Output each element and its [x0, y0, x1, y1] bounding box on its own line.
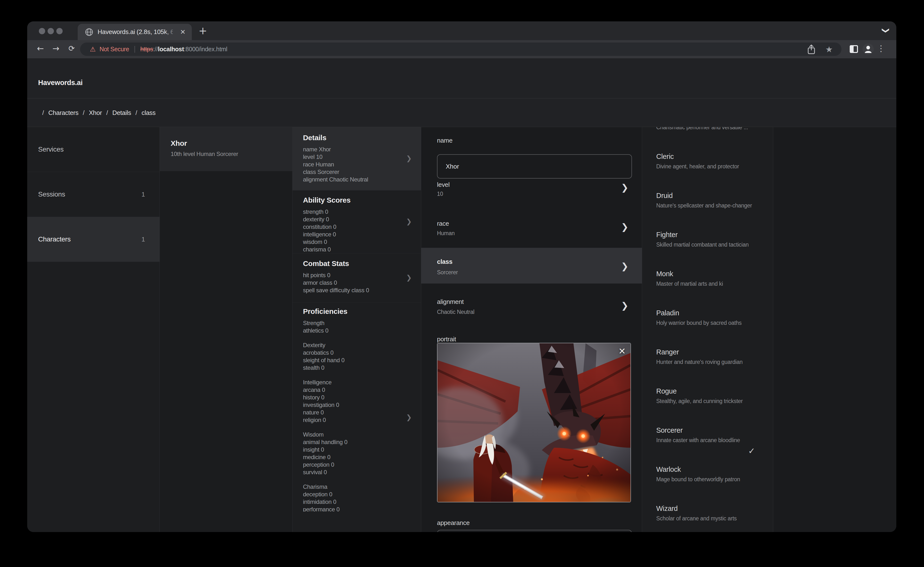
not-secure-warning-icon: ⚠: [90, 45, 96, 53]
class-option-name: Rogue: [656, 387, 773, 396]
class-option-sorcerer[interactable]: Sorcerer Innate caster with arcane blood…: [642, 422, 773, 461]
browser-menu-icon[interactable]: ⋮: [877, 44, 885, 53]
chevron-right-icon: ❯: [406, 413, 412, 421]
proficiency-group-name: Charisma: [303, 483, 404, 490]
window-close-button[interactable]: [39, 28, 45, 34]
tab-title: Havewords.ai (2.8s, 105k, 6 file: [98, 28, 173, 36]
chevron-right-icon[interactable]: ❯: [621, 222, 628, 232]
profile-avatar[interactable]: [862, 43, 874, 55]
outline-section-combat-stats[interactable]: Combat Stats hit points 0 armor class 0 …: [292, 253, 421, 303]
not-secure-label: Not Secure: [99, 46, 129, 53]
section-title: Details: [303, 133, 404, 142]
chevron-right-icon[interactable]: ❯: [621, 182, 628, 193]
proficiency-skill: medicine 0: [303, 453, 404, 461]
app-brand: Havewords.ai: [38, 79, 82, 87]
proficiency-skill: nature 0: [303, 409, 404, 416]
character-summary: 10th level Human Sorcerer: [171, 150, 292, 158]
address-bar[interactable]: ⚠ Not Secure https://localhost:8000/inde…: [80, 42, 842, 56]
character-outline: Details name Xhor level 10 race Human cl…: [292, 127, 421, 532]
tab-overview-chevron-icon[interactable]: ❯: [882, 27, 890, 33]
class-option-name: Sorcerer: [656, 426, 773, 435]
proficiency-skill: athletics 0: [303, 327, 404, 334]
chevron-right-icon: ❯: [406, 217, 412, 226]
breadcrumb-item-details[interactable]: Details: [112, 109, 131, 117]
class-option-ranger[interactable]: Ranger Hunter and nature's roving guardi…: [642, 343, 773, 383]
proficiency-group-name: Dexterity: [303, 341, 404, 349]
outline-line: hit points 0: [303, 271, 404, 279]
class-option-description: Innate caster with arcane bloodline: [656, 437, 773, 444]
name-input[interactable]: [437, 154, 632, 179]
class-option-rogue[interactable]: Rogue Stealthy, agile, and cunning trick…: [642, 383, 773, 422]
character-card-xhor[interactable]: Xhor 10th level Human Sorcerer: [160, 127, 292, 171]
outline-section-details[interactable]: Details name Xhor level 10 race Human cl…: [292, 127, 421, 191]
share-icon[interactable]: [807, 44, 816, 55]
class-option-fighter[interactable]: Fighter Skilled martial combatant and ta…: [642, 226, 773, 265]
reload-button[interactable]: ⟳: [69, 44, 75, 53]
window-zoom-button[interactable]: [56, 28, 63, 34]
class-option-description: Mage bound to otherworldly patron: [656, 476, 773, 483]
window-minimize-button[interactable]: [48, 28, 54, 34]
class-option-wizard[interactable]: Wizard Scholar of arcane and mystic arts: [642, 500, 773, 532]
class-option-description: Hunter and nature's roving guardian: [656, 359, 773, 365]
bookmark-star-icon[interactable]: ★: [825, 44, 833, 54]
breadcrumb-item-characters[interactable]: Characters: [48, 109, 78, 117]
class-option-description: Divine agent, healer, and protector: [656, 163, 773, 170]
chevron-right-icon[interactable]: ❯: [621, 301, 628, 310]
class-option-name: Ranger: [656, 347, 773, 356]
class-option-name: Druid: [656, 191, 773, 200]
url-scheme-separator: ://: [153, 46, 158, 53]
sidebar-item-characters[interactable]: Characters 1: [27, 217, 159, 262]
outline-line: charisma 0: [303, 246, 404, 253]
chevron-right-icon: ❯: [406, 154, 412, 162]
breadcrumb-item-xhor[interactable]: Xhor: [89, 109, 102, 117]
proficiency-group-name: Strength: [303, 319, 404, 327]
url-scheme: https: [140, 46, 153, 53]
class-row-label: class: [437, 258, 453, 266]
proficiency-skill: acrobatics 0: [303, 349, 404, 356]
url-path: :8000/index.html: [184, 46, 228, 53]
character-form: name level 10 ❯ race Human ❯ class Sorce…: [421, 127, 642, 532]
appearance-input[interactable]: [437, 530, 632, 532]
selected-check-icon: ✓: [748, 446, 755, 456]
proficiency-skill: survival 0: [303, 468, 404, 476]
sidebar-item-sessions[interactable]: Sessions 1: [27, 172, 159, 217]
character-name: Xhor: [171, 139, 292, 147]
outline-line: alignment Chaotic Neutral: [303, 176, 404, 183]
class-option-warlock[interactable]: Warlock Mage bound to otherworldly patro…: [642, 461, 773, 500]
outline-line: intelligence 0: [303, 230, 404, 238]
proficiency-group-name: Intelligence: [303, 379, 404, 386]
tab-title-fade: [165, 27, 176, 38]
class-row-selected[interactable]: [421, 248, 642, 284]
back-button[interactable]: ←: [37, 44, 44, 53]
chevron-right-icon[interactable]: ❯: [621, 261, 628, 271]
outline-line: spell save difficulty class 0: [303, 286, 404, 294]
forward-button[interactable]: →: [52, 44, 59, 53]
sidebar-item-services[interactable]: Services: [27, 127, 159, 172]
tab-close-icon[interactable]: ✕: [180, 28, 186, 36]
portrait-label: portrait: [437, 335, 456, 343]
proficiency-skill: religion 0: [303, 416, 404, 424]
breadcrumb: / Characters / Xhor / Details / class: [42, 109, 156, 117]
breadcrumb-item-class[interactable]: class: [141, 109, 156, 117]
sidebar-item-label: Sessions: [38, 191, 65, 198]
proficiency-skill: arcana 0: [303, 386, 404, 394]
class-option-description: Stealthy, agile, and cunning trickster: [656, 398, 773, 405]
class-option-monk[interactable]: Monk Master of martial arts and ki: [642, 265, 773, 304]
browser-tab[interactable]: Havewords.ai (2.8s, 105k, 6 file ✕: [78, 24, 192, 40]
outline-section-proficiencies[interactable]: Proficiencies Strength athletics 0 Dexte…: [292, 303, 421, 511]
class-option-description: Scholar of arcane and mystic arts: [656, 515, 773, 522]
new-tab-button[interactable]: +: [199, 25, 207, 37]
portrait-remove-icon[interactable]: ✕: [618, 346, 626, 356]
character-portrait[interactable]: ✕: [437, 343, 631, 502]
side-panel-icon[interactable]: [848, 44, 860, 55]
proficiency-skill: history 0: [303, 394, 404, 401]
breadcrumb-separator: /: [42, 109, 44, 117]
chevron-right-icon: ❯: [406, 274, 412, 281]
class-option-cleric[interactable]: Cleric Divine agent, healer, and protect…: [642, 148, 773, 187]
class-option-description: Skilled martial combatant and tactician: [656, 242, 773, 248]
outline-line: name Xhor: [303, 146, 404, 153]
class-option-druid[interactable]: Druid Nature's spellcaster and shape-cha…: [642, 187, 773, 226]
section-title: Combat Stats: [303, 259, 404, 268]
class-option-paladin[interactable]: Paladin Holy warrior bound by sacred oat…: [642, 304, 773, 343]
outline-section-ability-scores[interactable]: Ability Scores strength 0 dexterity 0 co…: [292, 191, 421, 253]
